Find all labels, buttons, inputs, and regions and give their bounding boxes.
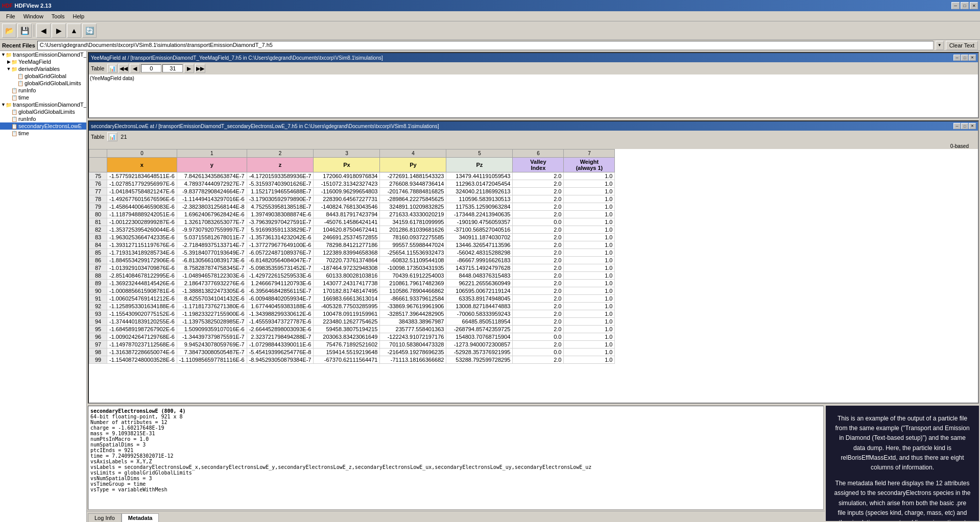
- table-cell: -86661.93379612584: [380, 295, 446, 303]
- table-cell: -37100.568527040516: [446, 226, 513, 234]
- panel2-restore[interactable]: □: [961, 123, 968, 129]
- table-cell: 8.425570341041432E-6: [177, 295, 247, 303]
- panel2-table-label: Table: [91, 134, 104, 140]
- col-num-0: 0: [107, 150, 177, 158]
- table-cell: 2.0: [513, 356, 564, 364]
- sidebar-item-transport2[interactable]: ▼ 📁 transportEmissionDiamondT_s...: [0, 101, 86, 108]
- refresh-button[interactable]: 🔄: [82, 23, 97, 38]
- sidebar-item-yeemag[interactable]: ▶ 📁 YeeMagField: [0, 58, 86, 65]
- panel1-back-btn[interactable]: ◀: [130, 64, 140, 73]
- table-cell: 104620.87504672441: [314, 226, 380, 234]
- panel1-next-btn[interactable]: ▶▶: [195, 64, 205, 73]
- table-cell: -1.1554309020775152E-6: [107, 310, 177, 318]
- sidebar-item-label: time: [18, 94, 29, 101]
- panel1-minimize[interactable]: ─: [953, 55, 961, 61]
- menu-help[interactable]: Help: [69, 12, 89, 20]
- table-cell: -1.8845534299172906E-6: [107, 257, 177, 264]
- panel1-prev-btn[interactable]: ◀◀: [118, 64, 129, 73]
- table-cell: 2.0: [513, 172, 564, 180]
- table-cell: 8448.048376315483: [446, 272, 513, 280]
- table-cell: 79: [89, 203, 107, 211]
- table-cell: -6.395646842856115E-7: [247, 287, 314, 295]
- forward-button[interactable]: ▶: [52, 23, 66, 38]
- open-button[interactable]: 📂: [2, 23, 16, 38]
- table-cell: -1.0012230028999287E-6: [107, 218, 177, 226]
- table-cell: 95: [89, 326, 107, 333]
- table-cell: 201286.81039681626: [380, 226, 446, 234]
- table-row: 99-1.1540872480003528E-6-1.1109856597781…: [89, 356, 615, 364]
- tab-metadata[interactable]: Metadata: [122, 513, 159, 522]
- sidebar-item-transport[interactable]: ▼ 📁 transportEmissionDiamondT_Y...: [0, 51, 86, 58]
- table-cell: 1.0: [564, 188, 615, 195]
- clear-text-button[interactable]: Clear Text: [946, 41, 978, 50]
- menu-file[interactable]: File: [2, 12, 19, 20]
- panel2-close[interactable]: ✕: [969, 123, 976, 129]
- table-cell: 1.0: [564, 226, 615, 234]
- panel1-fwd-btn[interactable]: ▶: [184, 64, 194, 73]
- table-cell: -5.391840770193649E-7: [177, 249, 247, 257]
- minimize-button[interactable]: ─: [951, 2, 960, 9]
- table-cell: -25654.115536932473: [380, 249, 446, 257]
- up-button[interactable]: ▲: [67, 23, 81, 38]
- sidebar-item-derived[interactable]: ▼ 📁 derivedVariables: [0, 65, 86, 72]
- panel1-table-label: Table: [91, 65, 104, 71]
- save-button[interactable]: 💾: [17, 23, 32, 38]
- col-num-3: 3: [314, 150, 380, 158]
- recent-dropdown[interactable]: ▼: [936, 41, 944, 50]
- panel1-close[interactable]: ✕: [969, 55, 976, 61]
- data-grid-container[interactable]: 0 1 2 3 4 5 6 7 x: [89, 149, 978, 403]
- sidebar-item-global1[interactable]: 📋 globalGridGlobal: [0, 72, 86, 80]
- table-cell: 2.0: [513, 264, 564, 272]
- table-cell: 1.0: [564, 211, 615, 218]
- folder-icon: 📁: [6, 52, 12, 58]
- table-cell: 80: [89, 211, 107, 218]
- table-cell: 154803.70768715904: [446, 333, 513, 341]
- table-cell: 1.677440459383188E-6: [247, 303, 314, 310]
- table-cell: 2.0: [513, 310, 564, 318]
- sidebar-item-secondary[interactable]: 📋 secondaryElectronsLowE: [0, 122, 86, 130]
- sidebar-item-runinfo1[interactable]: 📋 runInfo: [0, 87, 86, 94]
- dataset-icon: 📋: [11, 123, 17, 129]
- table-cell: 1.0: [564, 349, 615, 356]
- col-header-z: z: [247, 158, 314, 172]
- table-cell: -190190.4756059357: [446, 218, 513, 226]
- title-bar: HDF HDFView 2.13 ─ □ ✕: [0, 0, 980, 11]
- restore-button[interactable]: □: [961, 2, 969, 9]
- table-cell: 1.0: [564, 341, 615, 349]
- sidebar-item-globallimits2[interactable]: 📋 globalGridGlobalLimits: [0, 108, 86, 115]
- table-cell: 228390.64567227731: [314, 195, 380, 203]
- table-cell: -1.0278517792956997E-6: [107, 180, 177, 188]
- sidebar-item-time1[interactable]: 📋 time: [0, 94, 86, 101]
- table-cell: 13479.441191059543: [446, 172, 513, 180]
- close-button[interactable]: ✕: [970, 2, 978, 9]
- table-cell: 82: [89, 226, 107, 234]
- dataset-icon: 📋: [11, 109, 17, 115]
- table-cell: 8.758287874758345E-7: [177, 264, 247, 272]
- panel2-minimize[interactable]: ─: [953, 123, 961, 129]
- table-cell: 2.0: [513, 180, 564, 188]
- table-row: 85-1.7193134189285734E-6-5.3918407701936…: [89, 249, 615, 257]
- sidebar-item-time2[interactable]: 📋 time: [0, 130, 86, 137]
- sidebar-item-runinfo2[interactable]: 📋 runInfo: [0, 115, 86, 122]
- tab-log[interactable]: Log Info: [88, 513, 122, 522]
- table-cell: -5.454193996254776E-8: [247, 349, 314, 356]
- table-cell: -2.382380312568144E-8: [177, 203, 247, 211]
- panel1-nav-start[interactable]: [141, 64, 161, 72]
- col-header-pz: Pz: [446, 158, 513, 172]
- panel1-chart-btn[interactable]: 📊: [107, 64, 117, 73]
- table-row: 87-1.0139291034709876E-68.75828787475834…: [89, 264, 615, 272]
- table-cell: -1.4926776015676596E-6: [107, 195, 177, 203]
- back-button[interactable]: ◀: [36, 23, 51, 38]
- table-cell: 13446.326547113596: [446, 241, 513, 249]
- table-row: 81-1.0012230028999287E-61.32617083265307…: [89, 218, 615, 226]
- menu-tools[interactable]: Tools: [47, 12, 69, 20]
- sidebar-item-globallimits1[interactable]: 📋 globalGridGlobalLimits: [0, 80, 86, 87]
- panel1-restore[interactable]: □: [961, 55, 968, 61]
- table-cell: -5.315937403901626E-7: [247, 180, 314, 188]
- panel2-chart-btn[interactable]: 📊: [107, 132, 117, 141]
- app-icon: HDF: [2, 3, 13, 9]
- menu-window[interactable]: Window: [19, 12, 47, 20]
- table-row: 92-1.1258953301634188E-6-1.1718173762713…: [89, 303, 615, 310]
- panel1-nav-value[interactable]: [162, 64, 183, 72]
- table-row: 82-1.3537253954260044E-6-9.9730792075599…: [89, 226, 615, 234]
